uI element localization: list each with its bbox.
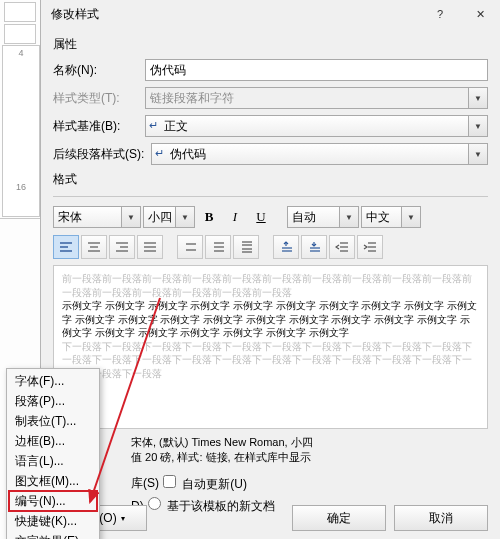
menu-numbering[interactable]: 编号(N)... [9, 491, 97, 511]
menu-frame[interactable]: 图文框(M)... [9, 471, 97, 491]
desc-line: 值 20 磅, 样式: 链接, 在样式库中显示 [131, 450, 480, 465]
separator [53, 196, 488, 197]
auto-update-check[interactable]: 自动更新(U) [163, 475, 247, 493]
font-size-select[interactable]: ▼ [143, 206, 195, 228]
style-preview: 前一段落前一段落前一段落前一段落前一段落前一段落前一段落前一段落前一段落前一段落… [53, 265, 488, 429]
align-center-button[interactable] [81, 235, 107, 259]
modify-style-dialog: 修改样式 ? ✕ 属性 名称(N): 样式类型(T): ▼ 样式基准(B): ↵… [40, 0, 500, 539]
align-justify-button[interactable] [137, 235, 163, 259]
dialog-title: 修改样式 [51, 6, 99, 23]
based-on-select[interactable]: ↵ ▼ [145, 115, 488, 137]
chevron-down-icon: ▾ [121, 514, 125, 523]
help-button[interactable]: ? [420, 0, 460, 28]
menu-tabs[interactable]: 制表位(T)... [9, 411, 97, 431]
italic-button[interactable]: I [223, 205, 247, 229]
paragraph-toolbar [53, 235, 488, 259]
style-description: 宋体, (默认) Times New Roman, 小四 值 20 磅, 样式:… [53, 429, 488, 471]
menu-shortcut[interactable]: 快捷键(K)... [9, 511, 97, 531]
line-spacing-1-5-button[interactable] [205, 235, 231, 259]
vertical-ruler: 4 16 [2, 45, 40, 217]
style-type-select: ▼ [145, 87, 488, 109]
label-following: 后续段落样式(S): [53, 146, 151, 163]
bold-button[interactable]: B [197, 205, 221, 229]
indent-dec-button[interactable] [329, 235, 355, 259]
font-family-select[interactable]: ▼ [53, 206, 141, 228]
menu-language[interactable]: 语言(L)... [9, 451, 97, 471]
preview-sample-text: 示例文字 示例文字 示例文字 示例文字 示例文字 示例文字 示例文字 示例文字 … [62, 299, 479, 340]
dialog-button-bar: 格式(O)▾ 确定 取消 [41, 505, 500, 531]
strip-block [4, 24, 36, 44]
ok-button[interactable]: 确定 [292, 505, 386, 531]
menu-font[interactable]: 字体(F)... [9, 371, 97, 391]
chevron-down-icon[interactable]: ▼ [339, 207, 358, 227]
chevron-down-icon[interactable]: ▼ [175, 207, 194, 227]
underline-button[interactable]: U [249, 205, 273, 229]
preview-ghost-before: 前一段落前一段落前一段落前一段落前一段落前一段落前一段落前一段落前一段落前一段落… [62, 272, 479, 299]
cancel-button[interactable]: 取消 [394, 505, 488, 531]
align-right-button[interactable] [109, 235, 135, 259]
paragraph-link-icon: ↵ [155, 147, 164, 160]
close-button[interactable]: ✕ [460, 0, 500, 28]
add-to-gallery-tail: 库(S) [131, 475, 159, 492]
section-formatting: 格式 [53, 171, 488, 188]
options-row-1: 库(S) 自动更新(U) [131, 475, 488, 493]
space-before-inc-button[interactable] [273, 235, 299, 259]
format-context-menu: 字体(F)... 段落(P)... 制表位(T)... 边框(B)... 语言(… [6, 368, 100, 539]
font-color-select[interactable]: ▼ [287, 206, 359, 228]
chevron-down-icon[interactable]: ▼ [468, 116, 487, 136]
line-spacing-1-button[interactable] [177, 235, 203, 259]
menu-texteffect[interactable]: 文字效果(E)... [9, 531, 97, 539]
chevron-down-icon[interactable]: ▼ [401, 207, 420, 227]
chevron-down-icon[interactable]: ▼ [468, 144, 487, 164]
following-style-select[interactable]: ↵ ▼ [151, 143, 488, 165]
label-type: 样式类型(T): [53, 90, 145, 107]
strip-block [4, 2, 36, 22]
preview-ghost-after: 下一段落下一段落下一段落下一段落下一段落下一段落下一段落下一段落下一段落下一段落… [62, 340, 479, 381]
align-left-button[interactable] [53, 235, 79, 259]
desc-line: 宋体, (默认) Times New Roman, 小四 [131, 435, 480, 450]
indent-inc-button[interactable] [357, 235, 383, 259]
name-input[interactable] [145, 59, 488, 81]
font-lang-select[interactable]: ▼ [361, 206, 421, 228]
label-basedon: 样式基准(B): [53, 118, 145, 135]
label-name: 名称(N): [53, 62, 145, 79]
line-spacing-2-button[interactable] [233, 235, 259, 259]
chevron-down-icon: ▼ [468, 88, 487, 108]
menu-border[interactable]: 边框(B)... [9, 431, 97, 451]
dialog-titlebar: 修改样式 ? ✕ [41, 0, 500, 28]
font-toolbar: ▼ ▼ B I U ▼ ▼ [53, 205, 488, 229]
space-before-dec-button[interactable] [301, 235, 327, 259]
chevron-down-icon[interactable]: ▼ [121, 207, 140, 227]
paragraph-mark-icon: ↵ [149, 119, 158, 132]
section-properties: 属性 [53, 36, 488, 53]
menu-paragraph[interactable]: 段落(P)... [9, 391, 97, 411]
